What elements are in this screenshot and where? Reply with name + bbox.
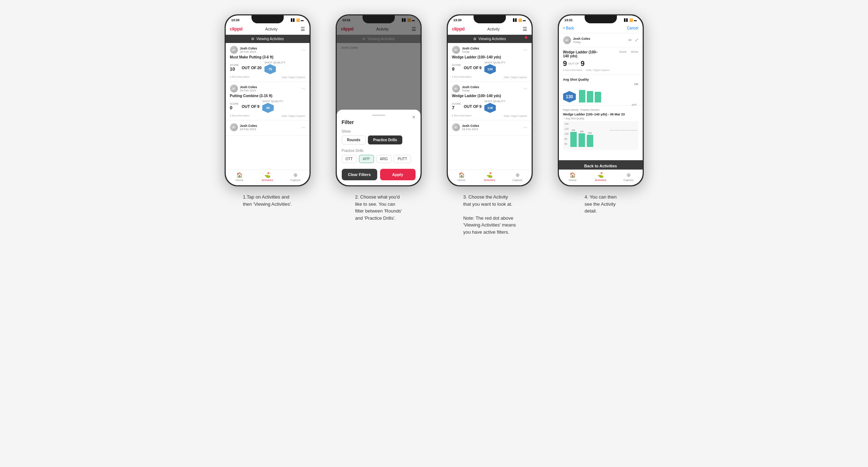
user-details-3-3: Josh Coles 28 Feb 2023: [462, 124, 479, 131]
phone-content-4: 13:21 ▋▋ 🛜 ▬ < Back Cancel: [559, 15, 643, 185]
battery-icon-3: ▬: [523, 19, 526, 22]
activity-card-1-2[interactable]: JC Josh Coles 28 Feb 2023 ··· Putting Co…: [226, 82, 310, 120]
out-of-label-3-2: OUT OF: [464, 104, 479, 109]
phone-content-2: 13:21 ▋▋ 🛜 ▬ clippd Activity ☰: [337, 15, 421, 185]
settings-icon-3: ⚙: [473, 37, 476, 41]
detail-sub-label-4: ··· Avg Shot Quality: [563, 117, 638, 120]
nav-capture-3[interactable]: ⊕ Capture: [504, 172, 532, 182]
apply-button[interactable]: Apply: [380, 169, 416, 180]
detail-bars: 132 129 124: [570, 127, 637, 147]
shots-value-1-1: 20: [257, 66, 262, 70]
filter-tag-putt[interactable]: PUTT: [394, 155, 411, 163]
activity-card-3-2[interactable]: JC Josh Coles Today ··· Wedge Ladder (10…: [448, 82, 532, 120]
stat-score-3-1: Score 9: [452, 64, 461, 72]
avatar-inner-1-3: JC: [230, 123, 238, 131]
detail-user-info-4: JC Josh Coles Today: [563, 36, 590, 44]
detail-header-4: < Back Cancel: [559, 23, 643, 33]
clear-filters-button[interactable]: Clear Filters: [342, 169, 377, 180]
chart-bar-2: [587, 91, 593, 103]
dots-menu-1-3[interactable]: ···: [301, 125, 305, 130]
filter-tab-practice[interactable]: Practice Drills: [368, 135, 403, 144]
test-info-1-1: ℹ Test Information: [230, 76, 250, 78]
phone-column-3: 13:20 ▋▋ 🛜 ▬ clippd Activity ☰: [441, 14, 538, 235]
avg-sq-section-4: Avg Shot Quality 130 130: [559, 75, 643, 105]
card-header-3-2: JC Josh Coles Today ···: [452, 85, 527, 92]
card-footer-1-1: ℹ Test Information Data: Clippd Capture: [230, 76, 305, 78]
viewing-activities-bar-1[interactable]: ⚙ Viewing Activities: [226, 35, 310, 43]
nav-activities-4[interactable]: ⛳ Activities: [587, 172, 615, 182]
test-info-3-1: ℹ Test Information: [452, 76, 472, 78]
data-source-3-1: Data: Clippd Capture: [504, 76, 527, 78]
sq-header-3-1: Shot Quality: [484, 61, 505, 64]
expand-icon-4[interactable]: ⤢: [635, 38, 638, 43]
player-activity-label-4: Player Activity · Practice Session: [563, 109, 638, 111]
card-footer-3-1: ℹ Test Information Data: Clippd Capture: [452, 76, 527, 78]
filter-close-icon[interactable]: ✕: [412, 115, 416, 120]
user-name-1-1: Josh Coles: [240, 47, 257, 50]
detail-bar-1: [570, 132, 577, 147]
activity-card-1-1[interactable]: JC Josh Coles 28 Feb 2023 ··· Must Make …: [226, 43, 310, 82]
activity-card-3-3[interactable]: JC Josh Coles 28 Feb 2023 ···: [448, 120, 532, 136]
dots-menu-3-3[interactable]: ···: [523, 125, 527, 130]
test-info-4: ℹ Test Information Data: Clippd Capture: [563, 69, 638, 72]
filter-tag-ott[interactable]: OTT: [342, 155, 357, 163]
score-value-1-1: 10: [230, 66, 239, 72]
user-date-1-1: 28 Feb 2023: [240, 50, 257, 53]
hamburger-icon-3[interactable]: ☰: [523, 26, 527, 32]
avatar-inner-1-1: JC: [230, 46, 238, 54]
nav-activities-1[interactable]: ⛳ Activities: [254, 172, 282, 182]
dots-menu-3-2[interactable]: ···: [523, 86, 527, 91]
app-logo-1: clippd: [230, 26, 243, 32]
test-info-3-2: ℹ Test Information: [452, 114, 472, 117]
filter-tabs: Rounds Practice Drills: [342, 135, 416, 144]
battery-icon-1: ▬: [301, 19, 304, 22]
user-date-3-2: Today: [462, 89, 479, 92]
player-activity-section-4: Player Activity · Practice Session Wedge…: [559, 105, 643, 153]
nav-capture-4[interactable]: ⊕ Capture: [615, 172, 643, 182]
avatar-1-1: JC: [230, 46, 238, 54]
score-value-1-2: 0: [230, 105, 239, 110]
activity-card-1-3[interactable]: JC Josh Coles 28 Feb 2023 ···: [226, 120, 310, 136]
nav-home-3[interactable]: 🏠 Home: [448, 172, 476, 182]
wifi-icon-1: 🛜: [296, 19, 300, 22]
detail-bar-3: [587, 135, 593, 147]
user-name-4: Josh Coles: [573, 37, 590, 40]
phone-column-4: 13:21 ▋▋ 🛜 ▬ < Back Cancel: [552, 14, 649, 215]
avatar-1-2: JC: [230, 85, 238, 92]
cancel-button-4[interactable]: Cancel: [627, 26, 638, 30]
activity-card-3-1[interactable]: JC Josh Coles Today ··· Wedge Ladder (10…: [448, 43, 532, 82]
user-name-3-2: Josh Coles: [462, 85, 479, 89]
filter-drill-tags: OTT APP ARG PUTT: [342, 155, 416, 163]
back-button-4[interactable]: < Back: [563, 26, 574, 30]
page-wrapper: 13:20 ▋▋ 🛜 ▬ clippd Activity ☰: [219, 14, 649, 235]
filter-tab-rounds[interactable]: Rounds: [342, 135, 366, 144]
avatar-inner-3-3: JC: [452, 123, 460, 131]
hamburger-icon-1[interactable]: ☰: [301, 26, 305, 32]
home-icon-1: 🏠: [236, 172, 243, 178]
card-footer-3-2: ℹ Test Information Data: Clippd Capture: [452, 114, 527, 117]
dots-menu-1-1[interactable]: ···: [301, 47, 305, 52]
out-of-4: OUT OF: [569, 62, 579, 65]
phone-notch-2: [363, 15, 395, 23]
capture-label-1: Capture: [290, 178, 300, 182]
dots-menu-1-2[interactable]: ···: [301, 86, 305, 91]
nav-home-4[interactable]: 🏠 Home: [559, 172, 587, 182]
user-details-1-3: Josh Coles 28 Feb 2023: [240, 124, 257, 131]
shots-label-4: Shots: [631, 50, 638, 53]
sq-header-1-1: Shot Quality: [264, 61, 286, 64]
detail-chart-title-4: Wedge Ladder (100–140 yds) - 06 Mar 23: [563, 113, 638, 116]
detail-icons-4: ✏ ⤢: [628, 38, 638, 43]
nav-home-1[interactable]: 🏠 Home: [226, 172, 254, 182]
card-header-3-3: JC Josh Coles 28 Feb 2023 ···: [452, 123, 527, 131]
user-details-3-1: Josh Coles Today: [462, 47, 479, 53]
dots-menu-3-1[interactable]: ···: [523, 47, 527, 52]
nav-capture-1[interactable]: ⊕ Capture: [282, 172, 310, 182]
status-time-4: 13:21: [565, 18, 573, 22]
filter-tag-arg[interactable]: ARG: [376, 155, 392, 163]
filter-tag-app[interactable]: APP: [359, 155, 374, 163]
nav-activities-3[interactable]: ⛳ Activities: [476, 172, 504, 182]
viewing-activities-bar-3[interactable]: ⚙ Viewing Activities: [448, 35, 532, 43]
edit-icon-4[interactable]: ✏: [628, 38, 632, 43]
activities-icon-4: ⛳: [598, 172, 604, 178]
detail-user-row-4: JC Josh Coles Today ✏ ⤢: [559, 33, 643, 47]
